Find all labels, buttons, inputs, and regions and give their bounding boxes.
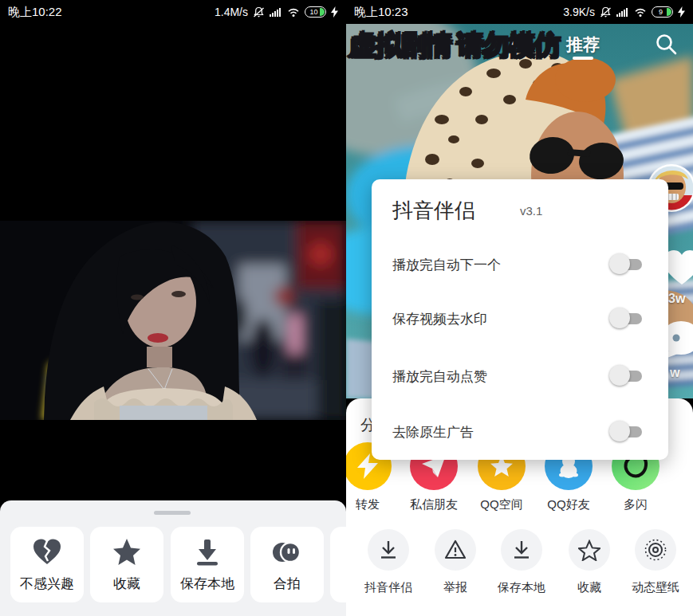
net-speed: 3.9K/s [563,6,595,18]
duet-icon [271,538,303,567]
battery-icon: 9 [652,6,673,18]
action-label: 举报 [419,580,491,595]
douyin-companion-dialog: 抖音伴侣 v3.1 播放完自动下一个 保存视频去水印 播放完自动点赞 去除原生广… [372,179,668,460]
download-arrow-icon [511,539,532,560]
live-wallpaper-icon [644,538,667,562]
charging-bolt-icon [331,6,338,18]
action-label: 保存本地 [486,580,557,595]
star-outline-icon [578,539,600,561]
action-favorite-button[interactable] [569,529,610,571]
share-label: QQ空间 [466,497,537,512]
wifi-icon [287,7,300,18]
right-screenshot: 晚上10:23 3.9K/s [346,0,693,616]
left-action-sheet: 不感兴趣 收藏 保存本地 [0,500,346,616]
card-favorite[interactable]: 收藏 [90,527,163,602]
mute-bell-icon [600,6,612,18]
option-label: 保存视频去水印 [392,310,487,328]
option-row-auto-like: 播放完自动点赞 [392,364,648,388]
toggle-auto-like[interactable] [609,364,643,386]
action-douyin-companion-button[interactable] [368,529,409,571]
card-label: 合拍 [250,575,324,593]
option-label: 去除原生广告 [392,423,474,441]
option-row-auto-next: 播放完自动下一个 [392,253,648,277]
dialog-version: v3.1 [520,204,542,218]
card-duet[interactable]: 合拍 [250,527,324,602]
broken-heart-icon [32,538,62,567]
option-label: 播放完自动下一个 [392,256,501,274]
warning-triangle-icon [444,539,467,560]
toggle-auto-next[interactable] [609,253,643,275]
card-partial[interactable] [330,527,346,602]
share-label: QQ好友 [533,497,604,512]
like-count: 3w [668,292,685,306]
share-label: 私信朋友 [398,497,470,512]
charging-bolt-icon [678,6,685,18]
card-not-interested[interactable]: 不感兴趣 [10,527,84,602]
toggle-remove-ads[interactable] [609,420,643,442]
wifi-icon [634,7,647,18]
sheet-drag-handle[interactable] [154,511,191,515]
clock: 晚上10:22 [8,5,62,20]
comment-count: w [670,366,679,380]
net-speed: 1.4M/s [215,6,248,18]
dual-screenshot-stage: 晚上10:22 1.4M/s [0,0,693,616]
left-screenshot: 晚上10:22 1.4M/s [0,0,346,616]
card-label: 保存本地 [171,575,244,593]
option-row-remove-ads: 去除原生广告 [392,420,648,444]
tab-underline [573,57,593,60]
right-status-bar: 晚上10:23 3.9K/s [346,0,693,24]
card-label: 不感兴趣 [10,575,84,593]
video-caption-overlay: 虚拟剧情 请勿模仿 [348,27,588,64]
dialog-title: 抖音伴侣 [392,197,475,225]
card-save-local[interactable]: 保存本地 [171,527,244,602]
action-label: 动态壁纸 [620,580,691,595]
share-label: 多闪 [600,497,671,512]
toggle-save-no-watermark[interactable] [609,307,643,329]
action-save-local-button[interactable] [501,529,542,571]
battery-icon: 10 [305,6,326,18]
left-status-bar: 晚上10:22 1.4M/s [0,0,346,24]
action-label: 抖音伴侣 [352,580,424,595]
mute-bell-icon [253,6,265,18]
star-icon [112,538,142,567]
search-icon[interactable] [654,32,679,57]
share-label: 转发 [346,497,404,512]
option-label: 播放完自动点赞 [392,367,487,386]
action-report-button[interactable] [435,529,476,571]
download-arrow-icon [192,538,222,567]
tab-recommend[interactable]: 推荐 [566,33,600,56]
action-label: 收藏 [553,580,625,595]
signal-icon [616,7,629,18]
left-video-surface[interactable] [0,221,346,420]
clock: 晚上10:23 [354,5,408,20]
card-label: 收藏 [90,575,163,593]
action-live-wallpaper-button[interactable] [635,529,676,571]
option-row-save-no-watermark: 保存视频去水印 [392,307,648,331]
download-arrow-icon [378,539,399,560]
signal-icon [270,7,282,18]
